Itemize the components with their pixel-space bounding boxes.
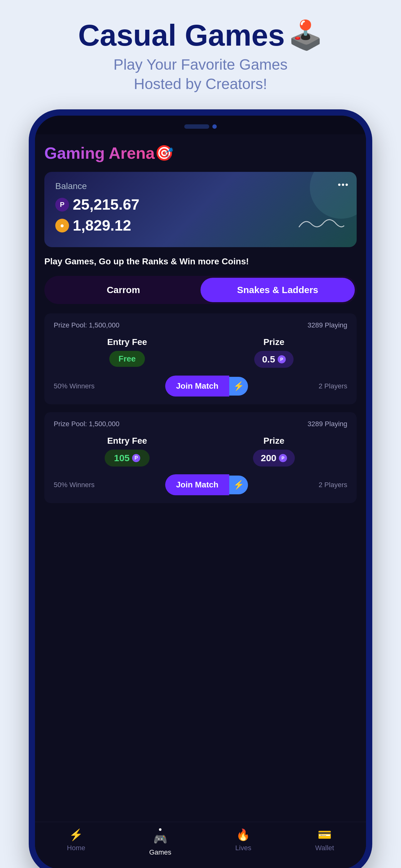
winners-text-1: 50% Winners <box>54 382 95 390</box>
app-header: Gaming Arena 🎯 <box>44 144 357 162</box>
games-label: Games <box>149 848 171 857</box>
subtitle-line1: Play Your Favorite Games <box>113 56 288 73</box>
subtitle-line2: Hosted by Creators! <box>134 75 267 92</box>
entry-fee-label-2: Entry Fee <box>54 436 201 446</box>
nav-active-dot <box>159 828 162 831</box>
page-title: Casual Games 🕹️ <box>78 19 323 52</box>
prize-label-1: Prize <box>201 337 347 347</box>
match-card-2: Prize Pool: 1,500,000 3289 Playing Entry… <box>44 412 357 503</box>
notch-dot <box>212 124 217 129</box>
nav-item-lives[interactable]: 🔥 Lives <box>226 828 261 857</box>
lightning-icon-2: ⚡ <box>233 479 244 490</box>
match-info-row-2: Entry Fee 105 P Prize 200 P <box>54 436 347 466</box>
app-name: Gaming Arena <box>44 144 155 162</box>
balance-wave <box>296 215 346 235</box>
entry-fee-value-2: 105 <box>114 453 130 463</box>
prize-label-2: Prize <box>201 436 347 446</box>
prize-coin-icon-1: P <box>278 355 286 363</box>
players-text-1: 2 Players <box>319 382 347 390</box>
phone-content: Gaming Arena 🎯 Balance ••• P 25,215.67 ●… <box>35 134 366 822</box>
prize-col-1: Prize 0.5 P <box>201 337 347 368</box>
entry-fee-badge-2: 105 P <box>105 450 149 466</box>
playing-count-1: 3289 Playing <box>308 321 347 329</box>
join-lightning-icon-2[interactable]: ⚡ <box>229 475 248 494</box>
join-btn-group-1[interactable]: Join Match ⚡ <box>165 376 248 397</box>
home-icon: ⚡ <box>69 828 83 841</box>
phone-inner: Gaming Arena 🎯 Balance ••• P 25,215.67 ●… <box>35 116 366 868</box>
lightning-icon-1: ⚡ <box>233 381 244 391</box>
balance-row-purple: P 25,215.67 <box>55 196 346 213</box>
join-btn-group-2[interactable]: Join Match ⚡ <box>165 474 248 495</box>
join-lightning-icon-1[interactable]: ⚡ <box>229 377 248 396</box>
players-text-2: 2 Players <box>319 481 347 489</box>
nav-item-wallet[interactable]: 💳 Wallet <box>306 828 343 857</box>
tab-carrom[interactable]: Carrom <box>46 278 201 302</box>
match-action-row-2: 50% Winners Join Match ⚡ 2 Players <box>54 474 347 495</box>
phone-notch-bar <box>35 116 366 134</box>
entry-fee-coin-icon-2: P <box>132 454 140 462</box>
games-icon: 🎮 <box>153 833 167 846</box>
lives-icon: 🔥 <box>236 828 250 841</box>
match-action-row-1: 50% Winners Join Match ⚡ 2 Players <box>54 376 347 397</box>
prize-col-2: Prize 200 P <box>201 436 347 466</box>
balance-amount-purple: 25,215.67 <box>73 196 140 213</box>
game-tabs: Carrom Snakes & Ladders <box>44 276 357 304</box>
tagline: Play Games, Go up the Ranks & Win more C… <box>44 256 357 267</box>
tab-snakes-label: Snakes & Ladders <box>237 285 318 295</box>
entry-fee-col-2: Entry Fee 105 P <box>54 436 201 466</box>
lives-label: Lives <box>235 844 251 852</box>
prize-value-2: 200 <box>261 453 276 463</box>
entry-fee-col-1: Entry Fee Free <box>54 337 201 367</box>
balance-label: Balance <box>55 181 346 191</box>
prize-pool-1: Prize Pool: 1,500,000 <box>54 321 119 329</box>
nav-item-games[interactable]: 🎮 Games <box>140 828 181 857</box>
match-card-1-header: Prize Pool: 1,500,000 3289 Playing <box>54 321 347 329</box>
playing-count-2: 3289 Playing <box>308 420 347 428</box>
gold-coin-icon: ● <box>55 219 69 232</box>
bottom-nav: ⚡ Home 🎮 Games 🔥 Lives 💳 Wallet <box>35 822 366 868</box>
prize-badge-1: 0.5 P <box>254 351 294 368</box>
match-card-2-header: Prize Pool: 1,500,000 3289 Playing <box>54 420 347 428</box>
purple-coin-icon: P <box>55 198 69 212</box>
tab-carrom-label: Carrom <box>107 285 140 295</box>
entry-fee-badge-1: Free <box>109 351 145 367</box>
page-title-text: Casual Games <box>78 19 285 52</box>
entry-fee-label-1: Entry Fee <box>54 337 201 347</box>
joystick-emoji: 🕹️ <box>288 20 323 51</box>
entry-fee-value-1: Free <box>119 354 136 364</box>
nav-item-home[interactable]: ⚡ Home <box>58 828 95 857</box>
balance-amount-gold: 1,829.12 <box>73 217 131 234</box>
home-label: Home <box>67 844 85 852</box>
prize-badge-2: 200 P <box>253 450 295 466</box>
prize-value-1: 0.5 <box>262 354 275 365</box>
match-info-row-1: Entry Fee Free Prize 0.5 P <box>54 337 347 368</box>
match-card-1: Prize Pool: 1,500,000 3289 Playing Entry… <box>44 313 357 404</box>
join-match-button-1[interactable]: Join Match <box>165 376 230 397</box>
target-emoji: 🎯 <box>155 144 174 162</box>
phone-frame: Gaming Arena 🎯 Balance ••• P 25,215.67 ●… <box>29 110 372 868</box>
prize-coin-icon-2: P <box>279 454 287 462</box>
page-subtitle: Play Your Favorite Games Hosted by Creat… <box>78 55 323 94</box>
wallet-label: Wallet <box>315 844 334 852</box>
notch-pill <box>184 124 209 129</box>
wallet-icon: 💳 <box>318 828 332 841</box>
balance-card: Balance ••• P 25,215.67 ● 1,829.12 <box>44 172 357 247</box>
tab-snakes[interactable]: Snakes & Ladders <box>201 278 355 302</box>
winners-text-2: 50% Winners <box>54 481 95 489</box>
prize-pool-2: Prize Pool: 1,500,000 <box>54 420 119 428</box>
page-header: Casual Games 🕹️ Play Your Favorite Games… <box>78 19 323 94</box>
join-match-button-2[interactable]: Join Match <box>165 474 230 495</box>
balance-menu-icon[interactable]: ••• <box>338 180 349 190</box>
